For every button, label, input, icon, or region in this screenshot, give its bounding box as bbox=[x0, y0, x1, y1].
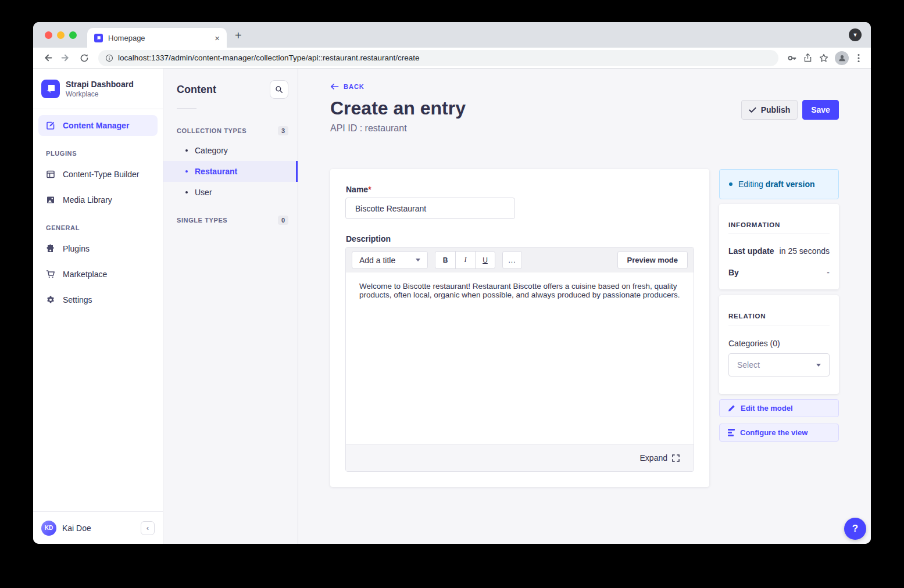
sidebar-item-media-library[interactable]: Media Library bbox=[38, 189, 158, 210]
configure-view-button[interactable]: Configure the view bbox=[719, 424, 839, 442]
entry-form-card: Name* Description Add a title B I U bbox=[330, 169, 709, 487]
content-manager-icon bbox=[45, 121, 56, 130]
divider bbox=[177, 108, 196, 109]
menu-dots-icon[interactable] bbox=[855, 53, 863, 63]
chevron-down-icon[interactable]: ▼ bbox=[849, 28, 862, 41]
search-button[interactable] bbox=[270, 80, 288, 99]
help-button[interactable]: ? bbox=[844, 518, 866, 540]
back-link[interactable]: BACK bbox=[330, 83, 365, 90]
save-label: Save bbox=[811, 105, 830, 114]
info-icon[interactable] bbox=[105, 54, 113, 62]
italic-button[interactable]: I bbox=[455, 252, 475, 268]
divider bbox=[728, 234, 830, 234]
subnav-item-label: Restaurant bbox=[195, 167, 237, 176]
last-update-value: in 25 seconds bbox=[780, 246, 830, 256]
browser-window: Homepage × + ▼ localhost:1337/admin/cont… bbox=[33, 22, 871, 544]
subnav-title: Content bbox=[177, 84, 216, 96]
reload-icon[interactable] bbox=[76, 50, 92, 66]
expand-icon[interactable] bbox=[672, 454, 680, 462]
user-avatar[interactable]: KD bbox=[41, 521, 56, 536]
description-field-label: Description bbox=[346, 234, 391, 243]
draft-status-text: Editing draft version bbox=[738, 180, 815, 189]
sidebar-footer: KD Kai Doe ‹ bbox=[33, 511, 163, 544]
page-title: Create an entry bbox=[330, 98, 466, 119]
bold-button[interactable]: B bbox=[435, 252, 455, 268]
subnav-item-restaurant[interactable]: Restaurant bbox=[163, 161, 298, 182]
information-panel: INFORMATION Last update in 25 seconds By… bbox=[719, 204, 839, 289]
single-types-count-badge: 0 bbox=[278, 216, 288, 225]
general-section-label: GENERAL bbox=[33, 224, 163, 231]
draft-dot-icon bbox=[729, 182, 733, 186]
more-formatting-button[interactable]: ... bbox=[502, 251, 522, 269]
editor-footer: Expand bbox=[346, 444, 694, 471]
collapse-sidebar-button[interactable]: ‹ bbox=[141, 521, 155, 535]
sidebar-item-label: Media Library bbox=[63, 195, 112, 205]
settings-gear-icon bbox=[45, 295, 56, 304]
publish-button[interactable]: Publish bbox=[741, 100, 798, 120]
sidebar: Strapi Dashboard Workplace Content Manag… bbox=[33, 69, 163, 544]
collection-types-count-badge: 3 bbox=[278, 126, 288, 135]
required-asterisk: * bbox=[368, 185, 371, 194]
forward-icon[interactable] bbox=[58, 50, 74, 66]
marketplace-cart-icon bbox=[45, 270, 56, 279]
strapi-app: Strapi Dashboard Workplace Content Manag… bbox=[33, 69, 871, 544]
window-controls bbox=[45, 31, 77, 39]
draft-status-banner: Editing draft version bbox=[719, 169, 839, 199]
check-icon bbox=[749, 107, 756, 113]
name-input[interactable] bbox=[345, 198, 515, 219]
workspace-title: Strapi Dashboard bbox=[66, 80, 134, 89]
bullet-icon bbox=[185, 170, 188, 173]
plugins-puzzle-icon bbox=[45, 244, 56, 253]
sidebar-item-settings[interactable]: Settings bbox=[38, 289, 158, 310]
publish-label: Publish bbox=[761, 105, 791, 114]
edit-model-button[interactable]: Edit the model bbox=[719, 399, 839, 417]
share-icon[interactable] bbox=[803, 53, 813, 63]
subnav-item-user[interactable]: User bbox=[163, 182, 298, 203]
back-icon[interactable] bbox=[39, 50, 55, 66]
new-tab-icon[interactable]: + bbox=[235, 30, 242, 41]
by-label: By bbox=[728, 268, 739, 277]
sidebar-item-content-type-builder[interactable]: Content-Type Builder bbox=[38, 164, 158, 185]
media-library-icon bbox=[45, 195, 56, 205]
preview-mode-button[interactable]: Preview mode bbox=[617, 251, 688, 269]
sidebar-item-plugins[interactable]: Plugins bbox=[38, 238, 158, 259]
categories-select[interactable]: Select bbox=[728, 353, 830, 377]
categories-label: Categories (0) bbox=[728, 339, 830, 348]
subnav-item-category[interactable]: Category bbox=[163, 140, 298, 161]
strapi-logo bbox=[41, 80, 60, 98]
bullet-icon bbox=[185, 149, 188, 152]
browser-toolbar: localhost:1337/admin/content-manager/col… bbox=[33, 48, 871, 69]
bookmark-star-icon[interactable] bbox=[819, 53, 829, 63]
tab-close-icon[interactable]: × bbox=[215, 33, 220, 43]
maximize-window-button[interactable] bbox=[69, 31, 77, 39]
sidebar-item-content-manager[interactable]: Content Manager bbox=[38, 115, 158, 136]
password-key-icon[interactable] bbox=[787, 53, 797, 63]
add-title-dropdown[interactable]: Add a title bbox=[352, 251, 428, 269]
minimize-window-button[interactable] bbox=[57, 31, 65, 39]
configure-icon bbox=[728, 429, 735, 436]
workspace-brand[interactable]: Strapi Dashboard Workplace bbox=[33, 69, 163, 109]
sidebar-item-label: Content Manager bbox=[63, 121, 129, 130]
browser-tab[interactable]: Homepage × bbox=[87, 28, 227, 48]
name-field-label: Name* bbox=[346, 185, 371, 194]
sidebar-item-marketplace[interactable]: Marketplace bbox=[38, 264, 158, 285]
format-button-group: B I U bbox=[435, 251, 495, 269]
information-title: INFORMATION bbox=[728, 204, 830, 228]
last-update-label: Last update bbox=[728, 246, 774, 256]
toolbar-actions bbox=[784, 51, 865, 65]
sidebar-item-label: Marketplace bbox=[63, 270, 107, 279]
workspace-subtitle: Workplace bbox=[66, 90, 134, 98]
sidebar-item-label: Plugins bbox=[63, 244, 90, 253]
sidebar-item-label: Settings bbox=[63, 295, 92, 304]
close-window-button[interactable] bbox=[45, 31, 52, 39]
description-text: Welcome to Biscotte restaurant! Restaura… bbox=[359, 282, 680, 299]
bullet-icon bbox=[185, 191, 188, 193]
collection-types-label: COLLECTION TYPES bbox=[177, 127, 246, 134]
url-bar[interactable]: localhost:1337/admin/content-manager/col… bbox=[98, 50, 778, 66]
description-textarea[interactable]: Welcome to Biscotte restaurant! Restaura… bbox=[346, 273, 694, 444]
divider bbox=[728, 325, 830, 325]
save-button[interactable]: Save bbox=[802, 100, 839, 120]
back-arrow-icon bbox=[330, 83, 339, 90]
underline-button[interactable]: U bbox=[475, 252, 495, 268]
profile-icon[interactable] bbox=[835, 51, 849, 65]
